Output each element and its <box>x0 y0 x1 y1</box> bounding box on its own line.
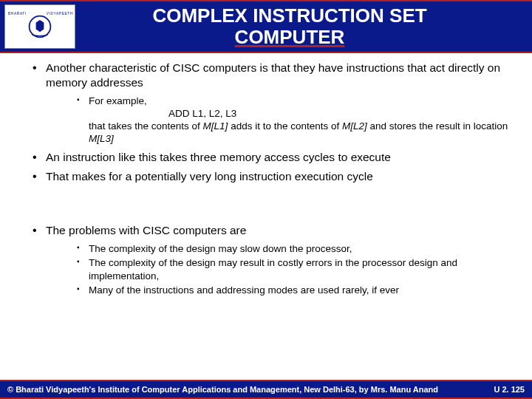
slide: BHARATI VIDYAPEETH COMPLEX INSTRUCTION S… <box>0 0 532 399</box>
bullet-4-sub-2: The complexity of the design may result … <box>77 256 514 282</box>
example-instruction: ADD L1, L2, L3 <box>89 108 236 119</box>
title-bar: BHARATI VIDYAPEETH COMPLEX INSTRUCTION S… <box>0 0 532 53</box>
example-intro: For example, <box>89 95 147 106</box>
bullet-4-sub-1: The complexity of the design may slow do… <box>77 242 514 255</box>
footer-copyright: © Bharati Vidyapeeth's Institute of Comp… <box>7 385 438 394</box>
institute-emblem: BHARATI VIDYAPEETH <box>4 4 75 49</box>
slide-body: Another characteristic of CISC computers… <box>0 53 532 380</box>
bullet-4-sublist: The complexity of the design may slow do… <box>46 242 514 296</box>
bullet-3-text: That makes for a potentially very long i… <box>46 170 373 183</box>
emblem-crest-icon <box>27 13 53 40</box>
footer-slide-number: U 2. 125 <box>494 385 525 394</box>
title-line-2: COMPUTER <box>235 26 345 48</box>
bullet-2: An instruction like this takes three mem… <box>33 150 514 165</box>
bullet-list: Another characteristic of CISC computers… <box>18 61 514 296</box>
title-line-1: COMPLEX INSTRUCTION SET <box>152 4 426 27</box>
slide-title: COMPLEX INSTRUCTION SET COMPUTER <box>81 5 528 47</box>
bullet-4-sub-3: Many of the instructions and addressing … <box>77 284 514 296</box>
example-explanation: that takes the contents of M[L1] adds it… <box>89 120 508 144</box>
bullet-4-text: The problems with CISC computers are <box>46 224 246 236</box>
bullet-4: The problems with CISC computers are The… <box>33 223 514 296</box>
emblem-text-left: BHARATI <box>8 11 27 16</box>
bullet-1: Another characteristic of CISC computers… <box>33 61 514 146</box>
bullet-1-sublist: For example, ADD L1, L2, L3 that takes t… <box>46 95 514 146</box>
bullet-1-text: Another characteristic of CISC computers… <box>46 61 500 89</box>
emblem-text-right: VIDYAPEETH <box>47 11 73 16</box>
bullet-1-example: For example, ADD L1, L2, L3 that takes t… <box>77 95 514 146</box>
footer-bar: © Bharati Vidyapeeth's Institute of Comp… <box>0 380 532 399</box>
bullet-3: That makes for a potentially very long i… <box>33 169 514 184</box>
bullet-2-text: An instruction like this takes three mem… <box>46 151 391 163</box>
